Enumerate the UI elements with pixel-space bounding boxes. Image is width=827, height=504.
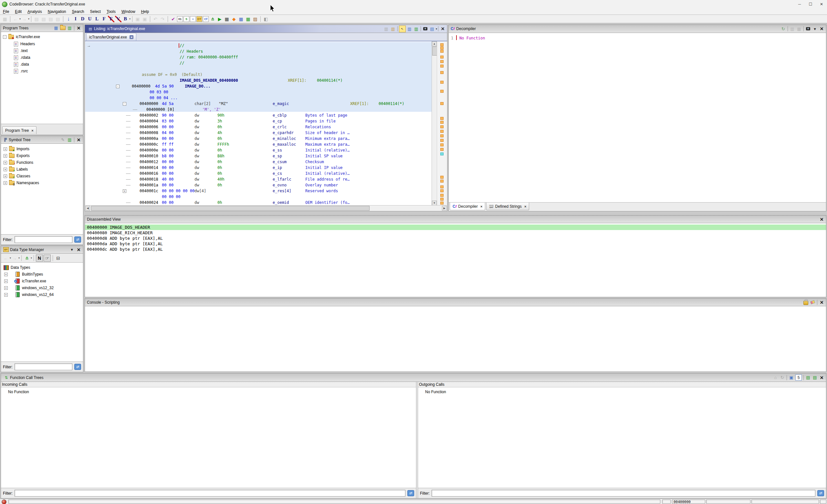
menu-select[interactable]: Select (87, 9, 104, 14)
expander-icon[interactable]: + (4, 293, 8, 297)
analysis-marker-orange[interactable] (440, 194, 444, 197)
listing-row[interactable]: 0040000804 00dw4he_cparhdrSize of header… (85, 130, 432, 136)
open-folder-icon[interactable] (60, 25, 66, 31)
tab-defined-strings[interactable]: Defined Strings× (486, 203, 529, 210)
analysis-marker-orange[interactable] (440, 186, 444, 188)
new-window-icon[interactable]: ▣ (788, 374, 794, 381)
analysis-marker-cyan[interactable] (440, 152, 444, 155)
expander-icon[interactable]: + (4, 280, 8, 283)
disassemble-button[interactable]: ↓ (65, 16, 72, 22)
listing-row[interactable]: 0040000600 00dw0he_crlcRelocations (85, 124, 432, 130)
close-icon[interactable]: ✕ (819, 216, 825, 222)
format-button[interactable]: ▨ (252, 16, 258, 22)
expander-icon[interactable]: + (4, 147, 7, 151)
tree-item-exports[interactable]: +Exports (4, 152, 30, 159)
tree-item-data[interactable]: .data (14, 61, 29, 67)
decompiler-code-area[interactable]: 1 No Function (449, 33, 826, 202)
expand-outgoing-icon[interactable]: ▤ (812, 374, 818, 381)
diff-view-icon[interactable]: ▥ (413, 26, 419, 32)
dtm-filter-input[interactable] (14, 363, 72, 370)
data-type-manager-button[interactable]: DT (196, 16, 202, 22)
minimize-button[interactable]: ─ (794, 0, 805, 8)
analysis-marker-orange[interactable] (440, 71, 444, 74)
listing-row[interactable]: 0040000403 00dw3he_cpPages in file (85, 118, 432, 124)
menu-file[interactable]: File (0, 9, 12, 14)
disassembled-list[interactable]: 00400000 IMAGE_DOS_HEADER00400080 IMAGE_… (85, 223, 826, 297)
analysis-marker-orange[interactable] (440, 143, 444, 146)
tree-item-windows_vs12_64[interactable]: +windows_vs12_64 (4, 291, 54, 298)
listing-row[interactable]: assume DF = 0x0 (Default) (85, 72, 432, 78)
expander-icon[interactable]: - (123, 102, 126, 106)
listing-row[interactable]: 0040002400 00dw0he_oemidOEM identifier (… (85, 200, 432, 205)
listing-horizontal-scrollbar[interactable]: ◀ ▶ (85, 205, 447, 211)
disassembled-line[interactable]: 00400000 IMAGE_DOS_HEADER (85, 224, 826, 230)
expander-icon[interactable]: + (4, 154, 7, 158)
tree-item-data-types-root[interactable]: Data Types (4, 264, 30, 271)
close-icon[interactable]: ✕ (819, 26, 825, 32)
listing-row[interactable]: 00 03 00 (85, 89, 432, 95)
tree-item-functions[interactable]: +fFunctions (4, 159, 33, 166)
dtm-arrows-icon[interactable]: ⋔ (23, 255, 30, 261)
listing-row[interactable]: 0040000cff ffdwFFFFhe_maxallocMaximum ex… (85, 142, 432, 147)
filter-clear-icon[interactable]: ⇄ (817, 490, 824, 496)
validate-button[interactable]: ✔ (170, 16, 177, 22)
tree-item-text[interactable]: .text (14, 48, 28, 54)
tab-close-icon[interactable]: × (480, 204, 482, 208)
action-f-button[interactable]: F (101, 16, 107, 22)
analysis-marker-orange[interactable] (440, 139, 444, 142)
analysis-marker-orange[interactable] (440, 43, 444, 46)
incoming-filter-input[interactable] (14, 490, 405, 497)
tree-item-classes[interactable]: +CClasses (4, 173, 30, 179)
clear-console-eraser-icon[interactable] (810, 299, 816, 305)
listing-row[interactable]: -004000004d 5a 90IMAGE_DO... (85, 83, 432, 89)
tab-close-icon[interactable]: × (31, 129, 33, 133)
symbol-tree-filter-input[interactable] (14, 236, 72, 243)
save-tree-icon[interactable]: ▥ (66, 137, 73, 143)
close-icon[interactable]: ✕ (819, 374, 825, 381)
memory-map-button[interactable]: ▦ (224, 16, 230, 22)
listing-row[interactable]: +0040001c00 00 00 00 00dw[4]e_res[4]Rese… (85, 188, 432, 194)
analysis-marker-orange[interactable] (440, 198, 444, 201)
analysis-marker-orange[interactable] (440, 47, 444, 49)
tab-program-tree[interactable]: Program Tree× (2, 126, 37, 134)
disassembled-line[interactable]: 004000d8 ADD byte ptr [EAX],AL (85, 236, 826, 241)
listing-row[interactable]: -004000004d 5achar[2]"MZ"e_magicXREF[1]:… (85, 101, 432, 107)
tree-item-rsrc[interactable]: .rsrc (14, 68, 28, 74)
maximize-button[interactable]: ☐ (805, 0, 816, 8)
listing-row[interactable] (85, 66, 432, 72)
menu-edit[interactable]: Edit (12, 9, 25, 14)
menu-help[interactable]: Help (138, 9, 152, 14)
listing-content[interactable]: → //// Headers// ram: 00400000-00400fff/… (85, 41, 447, 205)
console-output[interactable] (85, 306, 826, 371)
expander-icon[interactable]: + (4, 168, 7, 171)
call-tree-button[interactable]: ⋔ (209, 16, 216, 22)
expander-icon[interactable]: - (116, 85, 119, 88)
scroll-down-icon[interactable]: ▼ (432, 201, 437, 205)
snapshot-camera-icon[interactable] (422, 26, 428, 32)
filter-clear-icon[interactable]: ⇄ (407, 490, 414, 496)
dtm-filter-n-icon[interactable]: N (36, 255, 43, 262)
analysis-marker-orange[interactable] (440, 50, 444, 53)
expander-icon[interactable]: - (3, 35, 6, 39)
dtm-pointer-filter-icon[interactable]: ☞ (44, 255, 51, 262)
analysis-marker-orange[interactable] (440, 180, 444, 183)
listing-row[interactable]: // (85, 60, 432, 66)
tree-item-windows_vs12_32[interactable]: +windows_vs12_32 (4, 285, 54, 291)
filter-clear-icon[interactable]: ⇄ (74, 364, 81, 370)
action-b-button[interactable]: B (122, 16, 129, 22)
analysis-marker-orange[interactable] (440, 117, 444, 120)
expander-icon[interactable]: + (123, 189, 126, 193)
listing-row[interactable]: // (85, 43, 432, 48)
listing-row[interactable]: 0040001a00 00dw0he_ovnoOverlay number (85, 182, 432, 188)
disassembled-line[interactable]: 00400080 IMAGE_RICH_HEADER (85, 230, 826, 236)
tab-decompiler[interactable]: Decompiler× (450, 203, 485, 210)
cursor-toggle-icon[interactable]: ↖ (399, 26, 406, 32)
dtm-preview-window-icon[interactable]: ⊟ (55, 255, 61, 261)
next-diff-button[interactable]: ◆ (231, 16, 237, 22)
listing-row[interactable]: 00400000 [0]'M', 'Z' (85, 107, 432, 112)
analysis-dragon-icon[interactable] (2, 500, 6, 504)
save-tree-icon[interactable]: ▥ (66, 25, 73, 31)
tree-item-imports[interactable]: +▲Imports (4, 146, 30, 152)
expander-icon[interactable]: + (4, 286, 8, 290)
analysis-marker-orange[interactable] (440, 102, 444, 105)
